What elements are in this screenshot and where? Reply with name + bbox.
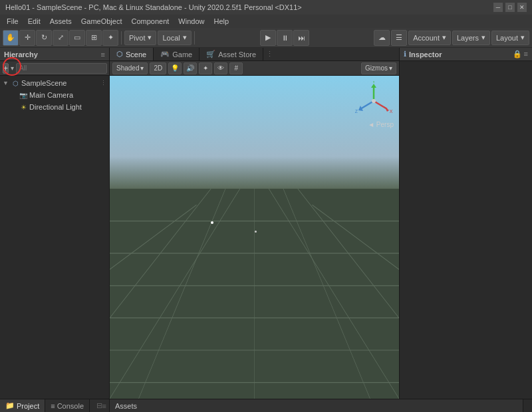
title-text: Hello01 - SampleScene - PC, Mac & Linux … xyxy=(5,3,302,11)
project-panel: 📁 Project ≡ Console ⊟ ≡ + ▾ ↻ ★ ⊕ 9 ▼ xyxy=(0,399,110,412)
svg-line-19 xyxy=(374,101,387,109)
scene-hide-btn[interactable]: 👁 xyxy=(214,62,227,74)
svg-line-22 xyxy=(360,101,374,109)
menu-file[interactable]: File xyxy=(3,16,23,27)
menu-window[interactable]: Window xyxy=(174,16,208,27)
rotate-tool-button[interactable]: ↻ xyxy=(36,30,52,46)
local-dropdown[interactable]: Local ▾ xyxy=(158,31,191,45)
shading-dropdown[interactable]: Shaded ▾ xyxy=(112,62,148,74)
console-tab-label: Console xyxy=(57,402,84,410)
scene-fx-btn[interactable]: ✦ xyxy=(199,62,212,74)
scene-object-dot xyxy=(211,221,213,224)
scene-tab-label: Scene xyxy=(126,51,146,58)
scene-toolbar: Shaded ▾ 2D 💡 🔊 ✦ 👁 # Gizmos ▾ xyxy=(110,61,399,76)
transform-tools: ✋ ✛ ↻ ⤢ ▭ ⊞ ✦ xyxy=(3,30,118,46)
project-tabs: 📁 Project ≡ Console ⊟ ≡ xyxy=(0,399,109,412)
svg-text:Z: Z xyxy=(355,109,358,114)
store-tab-label: Asset Store xyxy=(218,51,256,58)
inspector-content xyxy=(400,61,532,399)
hierarchy-filter-label: ▾ xyxy=(11,64,14,72)
minimize-button[interactable]: ─ xyxy=(493,3,503,12)
svg-text:X: X xyxy=(390,109,393,114)
tree-label-samplescene: SampleScene xyxy=(21,79,67,87)
transform-tool-button[interactable]: ⊞ xyxy=(86,30,102,46)
layout-dropdown[interactable]: Layout ▾ xyxy=(491,31,529,45)
services-button[interactable]: ☰ xyxy=(391,30,407,46)
menu-component[interactable]: Component xyxy=(127,16,173,27)
persp-label: ◄ Persp xyxy=(368,121,394,128)
collab-button[interactable]: ☁ xyxy=(374,30,390,46)
store-tab-icon: 🛒 xyxy=(206,50,215,58)
scene-gizmo[interactable]: Y X Z xyxy=(354,81,394,121)
tree-item-samplescene[interactable]: ▼ ⬡ SampleScene ⋮ xyxy=(0,77,109,89)
tree-item-directionallight[interactable]: ☀ Directional Light xyxy=(0,101,109,113)
pause-button[interactable]: ⏸ xyxy=(277,30,293,46)
scene-tabs-overflow: ⋮ xyxy=(263,48,276,60)
svg-marker-20 xyxy=(384,106,389,112)
hierarchy-add-button[interactable]: + xyxy=(3,63,9,74)
gizmos-dropdown[interactable]: Gizmos ▾ xyxy=(361,62,396,74)
hierarchy-lock-icon: ≡ xyxy=(101,51,105,58)
close-button[interactable]: ✕ xyxy=(517,3,527,12)
svg-text:Y: Y xyxy=(372,81,376,84)
title-bar: Hello01 - SampleScene - PC, Mac & Linux … xyxy=(0,0,532,15)
tab-console[interactable]: ≡ Console xyxy=(45,399,90,412)
account-dropdown[interactable]: Account ▾ xyxy=(408,31,451,45)
project-lock-icon: ⊟ xyxy=(96,401,102,410)
menu-edit[interactable]: Edit xyxy=(24,16,45,27)
scene-audio-btn[interactable]: 🔊 xyxy=(184,62,197,74)
custom-tool-button[interactable]: ✦ xyxy=(102,30,118,46)
play-controls: ▶ ⏸ ⏭ xyxy=(260,30,309,46)
hierarchy-panel-icons: ≡ xyxy=(101,51,105,58)
assets-header: Assets xyxy=(110,399,523,412)
hierarchy-header: Hierarchy ≡ xyxy=(0,48,109,61)
inspector-info-icon: ℹ xyxy=(404,50,406,58)
console-tab-icon: ≡ xyxy=(51,402,55,410)
pivot-dropdown[interactable]: Pivot ▾ xyxy=(124,31,156,45)
hierarchy-toolbar: + ▾ xyxy=(0,61,109,76)
inspector-lock-icon[interactable]: 🔒 xyxy=(513,50,522,58)
tree-label-maincamera: Main Camera xyxy=(29,91,73,99)
window-controls: ─ □ ✕ xyxy=(493,3,527,12)
hierarchy-panel: Hierarchy ≡ + ▾ ▼ ⬡ SampleScene ⋮ 📷 Main… xyxy=(0,48,110,399)
scene-tabs: ⬡ Scene 🎮 Game 🛒 Asset Store ⋮ xyxy=(110,48,399,61)
tab-project[interactable]: 📁 Project xyxy=(0,399,45,412)
hand-tool-button[interactable]: ✋ xyxy=(3,30,19,46)
toolbar: ✋ ✛ ↻ ⤢ ▭ ⊞ ✦ Pivot ▾ Local ▾ ▶ ⏸ ⏭ ☁ ☰ … xyxy=(0,28,532,48)
game-tab-icon: 🎮 xyxy=(160,50,170,58)
scene-tab-icon: ⬡ xyxy=(116,50,123,58)
tree-item-maincamera[interactable]: 📷 Main Camera xyxy=(0,89,109,101)
bottom-layout: 📁 Project ≡ Console ⊟ ≡ + ▾ ↻ ★ ⊕ 9 ▼ xyxy=(0,399,532,412)
menu-gameobject[interactable]: GameObject xyxy=(77,16,126,27)
hierarchy-search-input[interactable] xyxy=(16,63,107,74)
scene-light-btn[interactable]: 💡 xyxy=(168,62,182,74)
game-tab-label: Game xyxy=(172,51,192,58)
camera-icon: 📷 xyxy=(19,90,28,100)
project-tab-icon: 📁 xyxy=(5,401,15,410)
viewport[interactable]: Y X Z ◄ Persp xyxy=(110,76,399,399)
grid-svg xyxy=(110,189,399,399)
scale-tool-button[interactable]: ⤢ xyxy=(53,30,68,46)
layers-dropdown[interactable]: Layers ▾ xyxy=(452,31,490,45)
maximize-button[interactable]: □ xyxy=(505,3,515,12)
rect-tool-button[interactable]: ▭ xyxy=(69,30,85,46)
scene-object-dot2 xyxy=(255,231,257,233)
tab-scene[interactable]: ⬡ Scene xyxy=(110,48,154,60)
menu-help[interactable]: Help xyxy=(209,16,233,27)
menu-assets[interactable]: Assets xyxy=(46,16,76,27)
step-button[interactable]: ⏭ xyxy=(293,30,309,46)
svg-point-25 xyxy=(372,99,376,103)
sep2 xyxy=(194,31,195,45)
inspector-title: Inspector xyxy=(409,51,442,58)
tab-game[interactable]: 🎮 Game xyxy=(154,48,200,60)
inspector-panel-icons: 🔒 ≡ xyxy=(513,50,528,58)
inspector-header: ℹ Inspector 🔒 ≡ xyxy=(400,48,532,61)
scene-options-icon: ⋮ xyxy=(100,80,106,86)
center-area: ⬡ Scene 🎮 Game 🛒 Asset Store ⋮ Shaded ▾ … xyxy=(110,48,399,399)
play-button[interactable]: ▶ xyxy=(260,30,276,46)
move-tool-button[interactable]: ✛ xyxy=(19,30,35,46)
2d-toggle[interactable]: 2D xyxy=(150,62,166,74)
tab-assetstore[interactable]: 🛒 Asset Store xyxy=(200,48,263,60)
menu-bar: File Edit Assets GameObject Component Wi… xyxy=(0,15,532,28)
scene-grid-btn[interactable]: # xyxy=(229,62,243,74)
